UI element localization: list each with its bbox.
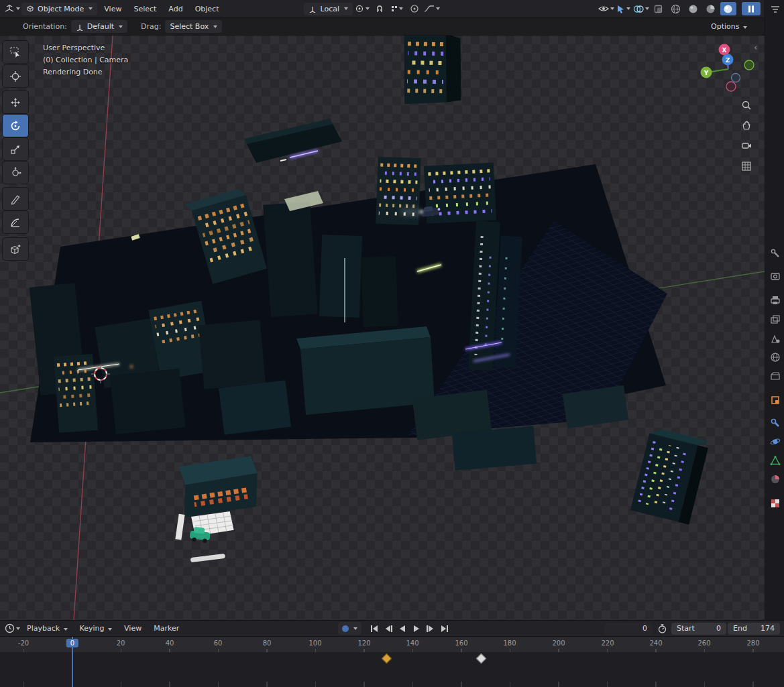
tab-collection[interactable] [769, 370, 781, 382]
snap-toggle-button[interactable] [372, 2, 388, 15]
play-button[interactable] [410, 623, 423, 635]
ruler-tick: 100 [309, 639, 321, 647]
mode-select[interactable]: Object Mode [21, 3, 97, 15]
tool-rotate[interactable] [3, 115, 28, 137]
ruler-tick: 180 [503, 639, 516, 647]
drag-label: Drag: [141, 22, 161, 31]
chevron-down-icon [119, 25, 123, 28]
current-frame-field[interactable]: 0 [604, 623, 653, 635]
camera-view-button[interactable] [738, 137, 754, 153]
orientation-value: Local [320, 5, 339, 13]
next-keyframe-button[interactable] [425, 623, 437, 635]
chevron-down-icon [626, 7, 630, 10]
tab-texture[interactable] [769, 497, 781, 509]
tool-measure[interactable] [3, 211, 28, 233]
orientation-default-select[interactable]: Default [71, 20, 127, 33]
editor-type-button[interactable] [4, 2, 20, 15]
keyframe-diamond-white[interactable] [476, 653, 487, 664]
menu-object[interactable]: Object [190, 3, 225, 15]
zoom-button[interactable] [738, 97, 754, 113]
jump-to-start-button[interactable] [368, 623, 381, 635]
shading-solid-button[interactable] [685, 2, 702, 15]
viewport-3d[interactable]: X Z Y User Perspective (0) Collection | … [0, 36, 765, 620]
tool-add-cube[interactable] [3, 238, 28, 260]
jump-to-end-button[interactable] [439, 623, 451, 635]
menu-view[interactable]: View [99, 3, 127, 15]
scene-render[interactable]: X Z Y [0, 36, 765, 620]
timeline-editor-type-button[interactable] [4, 622, 20, 635]
tool-move[interactable] [3, 91, 28, 113]
timeline-menu-playback[interactable]: Playback [21, 622, 73, 635]
tab-physics[interactable] [769, 436, 781, 448]
play-reverse-button[interactable] [396, 623, 409, 635]
ruler-tick: 60 [214, 639, 223, 647]
tab-output[interactable] [769, 294, 781, 306]
building-bottom-right[interactable] [630, 427, 710, 525]
building-floating[interactable] [400, 36, 465, 107]
show-gizmo-button[interactable] [616, 2, 632, 15]
start-label: Start [677, 624, 695, 633]
transform-orientation-select[interactable]: Local [304, 3, 353, 15]
xray-toggle-button[interactable] [651, 2, 667, 15]
tab-object-data[interactable] [769, 454, 781, 466]
scene-white-dash[interactable] [190, 554, 225, 562]
menu-select[interactable]: Select [128, 3, 162, 15]
timeline-menu-keying[interactable]: Keying [74, 622, 117, 635]
timeline-ruler[interactable]: -20 0 20 40 60 80 100 120 140 160 180 20… [0, 637, 784, 652]
tool-cursor[interactable] [3, 65, 28, 87]
drag-select[interactable]: Select Box [165, 20, 222, 33]
tab-object[interactable] [769, 394, 781, 406]
menu-add[interactable]: Add [163, 3, 188, 15]
navigation-gizmo[interactable]: X Z Y [701, 44, 754, 92]
tab-render[interactable] [769, 270, 781, 282]
pivot-point-button[interactable] [354, 2, 370, 15]
tab-material[interactable] [769, 473, 781, 485]
gizmo-z-label: Z [726, 57, 730, 64]
chevron-down-icon [610, 7, 614, 10]
timeline-menu-view[interactable]: View [119, 622, 147, 635]
tab-scene[interactable] [769, 332, 781, 345]
prev-keyframe-button[interactable] [382, 623, 395, 635]
tool-annotate[interactable] [3, 188, 28, 210]
ruler-tick: 120 [357, 639, 370, 647]
end-frame-field[interactable]: End 174 [728, 623, 780, 635]
tool-scale[interactable] [3, 138, 28, 160]
tab-view-layer[interactable] [769, 314, 781, 326]
auto-keying-button[interactable] [338, 622, 361, 635]
timeline-header: Playback Keying View Marker 0 Start 0 [0, 620, 784, 637]
gizmo-axis-neg-y[interactable] [744, 60, 754, 70]
start-frame-field[interactable]: Start 0 [671, 623, 726, 635]
show-visibility-button[interactable] [598, 2, 614, 15]
building-isolated[interactable] [178, 456, 259, 517]
shading-rendered-button[interactable] [720, 2, 736, 15]
ortho-grid-button[interactable] [738, 158, 754, 174]
region-collapse-chevron[interactable]: ‹ [754, 42, 757, 52]
current-frame-badge[interactable]: 0 [66, 639, 78, 647]
properties-editor-type-button[interactable] [769, 3, 781, 15]
shading-material-button[interactable] [703, 2, 719, 15]
proportional-falloff-button[interactable] [424, 2, 440, 15]
tab-modifiers[interactable] [769, 417, 781, 429]
pan-hand-button[interactable] [738, 117, 754, 133]
building-dark-tower[interactable] [263, 202, 318, 317]
gizmo-axis-neg-x[interactable] [726, 82, 736, 91]
scene-paper-and-car[interactable] [175, 511, 234, 544]
shading-wireframe-button[interactable] [668, 2, 684, 15]
tab-world[interactable] [769, 351, 781, 363]
options-button[interactable]: Options [706, 20, 752, 33]
building-thin-towers[interactable] [468, 221, 523, 372]
show-overlays-button[interactable] [633, 2, 649, 15]
snap-settings-button[interactable] [389, 2, 405, 15]
pause-button[interactable] [742, 2, 761, 15]
keyframe-diamond-orange[interactable] [382, 653, 392, 664]
timeline-keyframe-area[interactable] [0, 652, 784, 687]
proportional-edit-button[interactable] [406, 2, 423, 15]
tab-tool[interactable] [769, 247, 781, 259]
chevron-down-icon [344, 7, 348, 10]
tool-transform[interactable] [3, 162, 28, 184]
timeline-menu-marker[interactable]: Marker [148, 622, 184, 635]
gizmo-axis-neg-z[interactable] [732, 74, 740, 82]
use-preview-range-button[interactable] [654, 622, 670, 635]
tool-select-box[interactable] [3, 41, 28, 63]
building-slab[interactable] [244, 119, 342, 163]
